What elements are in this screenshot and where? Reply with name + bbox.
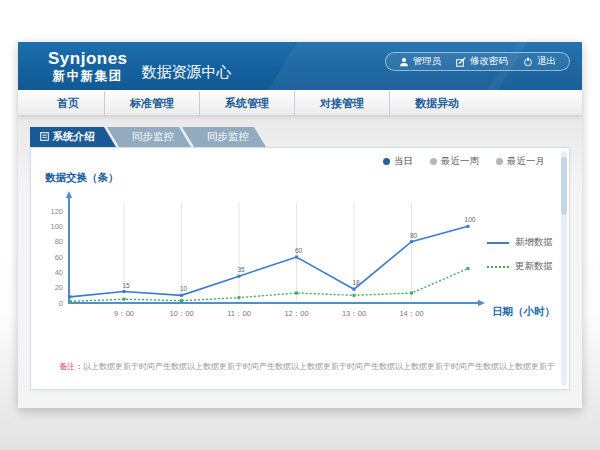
legend-line-solid-icon (487, 242, 509, 244)
change-password-label: 修改密码 (470, 55, 508, 68)
tab-label: 系统介绍 (53, 130, 95, 144)
company-logo: Synjones 新中新集团 (48, 49, 128, 83)
screenshot-stage: Synjones 新中新集团 数据资源中心 管理员 修改密码 (0, 0, 600, 450)
footnote-text: 以上数据更新于时间产生数据以上数据更新于时间产生数据以上数据更新于时间产生数据以… (83, 362, 555, 371)
legend-item-new-data[interactable]: 新增数据 (487, 236, 553, 249)
nav-item-data-change[interactable]: 数据异动 (389, 91, 484, 115)
logout-button[interactable]: 退出 (523, 55, 556, 68)
svg-text:100: 100 (50, 222, 63, 231)
svg-text:14：00: 14：00 (399, 309, 423, 318)
user-toolbar: 管理员 修改密码 退出 (385, 52, 571, 71)
svg-text:13：00: 13：00 (342, 309, 366, 318)
tab-sync-monitor-1[interactable]: 同步监控 (107, 127, 191, 147)
svg-text:0: 0 (59, 299, 63, 308)
user-icon (399, 57, 409, 67)
svg-text:80: 80 (55, 237, 63, 246)
power-icon (523, 57, 533, 67)
radio-last-week[interactable]: 最近一周 (430, 155, 479, 168)
app-header: Synjones 新中新集团 数据资源中心 管理员 修改密码 (18, 42, 582, 90)
time-range-filter: 当日 最近一周 最近一月 (383, 155, 545, 168)
chart-legend: 新增数据 更新数据 (487, 236, 553, 273)
svg-text:10: 10 (180, 285, 188, 292)
radio-icon (383, 158, 390, 165)
chart-panel: 当日 最近一周 最近一月 数据交换（条） 0204060801001209：00… (30, 147, 570, 390)
current-user-label: 管理员 (413, 55, 442, 68)
legend-item-update-data[interactable]: 更新数据 (487, 260, 553, 273)
legend-label: 更新数据 (515, 260, 553, 273)
nav-item-standard-mgmt[interactable]: 标准管理 (104, 91, 199, 115)
current-user-button[interactable]: 管理员 (399, 55, 442, 68)
svg-text:20: 20 (55, 283, 63, 292)
y-axis-title: 数据交换（条） (45, 171, 119, 185)
app-window: Synjones 新中新集团 数据资源中心 管理员 修改密码 (18, 42, 582, 408)
line-chart: 0204060801001209：0010：0011：0012：0013：001… (41, 188, 511, 323)
tab-label: 同步监控 (207, 130, 249, 144)
svg-text:120: 120 (50, 207, 63, 216)
svg-text:18: 18 (352, 279, 360, 286)
nav-item-home[interactable]: 首页 (32, 91, 104, 115)
svg-text:60: 60 (295, 247, 303, 254)
logo-company-name: 新中新集团 (48, 69, 128, 83)
content-area: 系统介绍 同步监控 同步监控 当日 最近一周 (18, 116, 582, 408)
main-nav: 首页 标准管理 系统管理 对接管理 数据异动 (18, 90, 582, 116)
svg-text:11：00: 11：00 (227, 309, 251, 318)
logo-wordmark: Synjones (48, 49, 128, 69)
radio-last-month[interactable]: 最近一月 (496, 155, 545, 168)
tab-system-intro[interactable]: 系统介绍 (30, 127, 116, 147)
svg-text:40: 40 (55, 268, 63, 277)
change-password-button[interactable]: 修改密码 (456, 55, 508, 68)
svg-text:35: 35 (237, 266, 245, 273)
svg-text:60: 60 (55, 253, 63, 262)
legend-label: 新增数据 (515, 236, 553, 249)
edit-icon (456, 57, 466, 67)
nav-item-interface-mgmt[interactable]: 对接管理 (294, 91, 389, 115)
radio-icon (430, 158, 437, 165)
svg-text:80: 80 (410, 232, 418, 239)
legend-line-dotted-icon (487, 266, 509, 268)
panel-scrollbar[interactable] (561, 151, 567, 386)
svg-text:10：00: 10：00 (169, 309, 193, 318)
svg-text:12：00: 12：00 (284, 309, 308, 318)
tab-sync-monitor-2[interactable]: 同步监控 (182, 127, 266, 147)
radio-label: 最近一周 (441, 155, 479, 168)
footnote-label: 备注： (59, 362, 83, 371)
svg-text:9：00: 9：00 (114, 309, 134, 318)
nav-item-system-mgmt[interactable]: 系统管理 (199, 91, 294, 115)
x-axis-title: 日期（小时） (492, 305, 555, 319)
svg-text:15: 15 (122, 282, 130, 289)
radio-label: 最近一月 (507, 155, 545, 168)
radio-icon (496, 158, 503, 165)
svg-text:100: 100 (465, 216, 476, 223)
radio-today[interactable]: 当日 (383, 155, 413, 168)
logout-label: 退出 (537, 55, 556, 68)
scrollbar-thumb[interactable] (561, 157, 567, 215)
radio-label: 当日 (394, 155, 413, 168)
footnote: 备注：以上数据更新于时间产生数据以上数据更新于时间产生数据以上数据更新于时间产生… (59, 361, 555, 372)
tab-bar: 系统介绍 同步监控 同步监控 (30, 127, 266, 147)
document-icon (40, 131, 49, 143)
page-title: 数据资源中心 (142, 63, 232, 82)
tab-label: 同步监控 (132, 130, 174, 144)
